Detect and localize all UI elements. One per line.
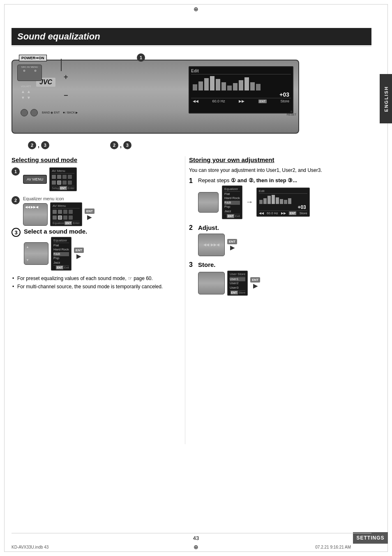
store-control — [198, 272, 225, 294]
arrow-between: → — [246, 198, 253, 206]
store-step2-num: 2 — [189, 224, 196, 232]
step3-row: 3 Select a sound mode. ▲ ▼ Equalizer Fla… — [12, 228, 180, 271]
store-step3-num: 3 — [189, 261, 196, 269]
edit-val-store1: +03 — [259, 204, 307, 210]
av-menu-screen-2: AV Menu Equalizer — [50, 202, 82, 226]
plus-btn: + — [64, 73, 68, 81]
callout-23-left: 2 , 3 — [28, 141, 49, 149]
main-display: Edit +03 ◀◀ — [189, 66, 293, 114]
setup-label: Setup — [52, 187, 59, 190]
edit-screen-store1: Edit +03 ◀◀ 60.0 Hz — [256, 188, 310, 217]
step1-row: 1 AV MENU AV Menu — [12, 167, 180, 191]
volume-controls: VOL/ATT ▲ ▲ ▼ ▼ — [16, 85, 36, 106]
display-store: Store — [280, 99, 289, 103]
eq-screen-3: Equalizer Flat Hard Rock R&B Pop Jazz EN… — [51, 237, 71, 271]
adjust-control: ◀◀ ▶▶◀ — [198, 234, 225, 256]
store-step2-label: Adjust. — [198, 224, 237, 231]
callout-23-right: 2 , 3 — [110, 141, 131, 149]
bottom-controls: BAND ◉ ENT ■ / BACK ▶ — [21, 109, 78, 116]
eq-bars-display — [191, 76, 291, 91]
english-tab: ENGLISH — [380, 74, 392, 123]
divider-above-footer — [12, 533, 371, 533]
minus-btn: − — [64, 91, 68, 100]
device-body: JVC SRC AV MENU VOL/ATT ▲ ▲ ▼ ▼ + − — [12, 60, 299, 134]
equalizer-label-2: Equalizer — [53, 222, 65, 225]
store-step3-content: Store. User Store User1 User2 User3 ENT … — [198, 261, 260, 296]
bullet-2: For multi-channel source, the sound mode… — [12, 284, 180, 290]
eq-icon-note: Equalizer menu icon — [23, 196, 95, 201]
callout-line-1 — [61, 59, 62, 71]
page-title: Sound equalization — [17, 31, 100, 42]
step2-content: Equalizer menu icon ◀◀ ▶▶◀ AV Menu — [23, 196, 95, 226]
step3-label: Select a sound mode. — [24, 228, 87, 235]
store-step1-num: 1 — [189, 177, 196, 185]
ent-arrow-3: ENT ▶ — [74, 248, 84, 259]
bullet-1: For preset equalizing values of each sou… — [12, 276, 180, 281]
store-step2-controls: ◀◀ ▶▶◀ ENT ▶ — [198, 234, 237, 256]
step1-av-menu: AV MENU AV Menu — [23, 167, 77, 191]
store-step2-content: Adjust. ◀◀ ▶▶◀ ENT ▶ — [198, 224, 237, 256]
av-menu-icons — [52, 174, 74, 180]
store-step1-row: 1 Repeat steps ① and ②, then in step ③..… — [189, 177, 374, 219]
store-step3-controls: User Store User1 User2 User3 ENT Store E… — [198, 271, 260, 296]
selecting-sound-mode-title: Selecting sound mode — [12, 156, 180, 163]
title-bar: Sound equalization — [12, 28, 371, 45]
storing-subtitle: You can store your adjustment into User1… — [189, 167, 374, 173]
page-number: 43 — [193, 535, 199, 541]
control-mockup-2: ◀◀ ▶▶◀ — [23, 203, 48, 226]
step3-content: Select a sound mode. ▲ ▼ Equalizer Flat … — [24, 228, 87, 271]
step1-content: AV MENU AV Menu — [23, 167, 77, 191]
main-device-area: POWER⇒ON 1 JVC SRC AV MENU VOL/ATT ▲ ▲ ▼ — [12, 51, 357, 150]
settings-tab: SETTINGS — [353, 532, 388, 544]
left-controls: SRC AV MENU — [17, 65, 42, 81]
control-small-1 — [198, 192, 219, 213]
power-on-label: POWER⇒ON — [19, 55, 47, 61]
eq-screen-store1: Equalizer Flat Hard Rock R&B Pop Jazz EN… — [222, 185, 242, 219]
reg-mark-top: ⊕ — [193, 6, 199, 12]
footer-right: 07.2.21 9:16:21 AM — [315, 545, 351, 549]
callout-1-top: 1 — [137, 53, 145, 62]
control-mockup-3: ▲ ▼ — [24, 242, 48, 265]
section-divider — [185, 156, 185, 444]
store-step1-content: Repeat steps ① and ②, then in step ③... … — [198, 177, 310, 219]
step2-screen-row: ◀◀ ▶▶◀ AV Menu — [23, 202, 95, 226]
ent-arrow-2: ENT ▶ — [85, 208, 95, 220]
edit-freq-store1: 60.0 Hz — [267, 211, 278, 215]
left-section: Selecting sound mode 1 AV MENU AV Menu — [12, 156, 180, 292]
reg-mark-bottom: ⊕ — [193, 544, 199, 550]
display-freq-row: ◀◀ 60.0 Hz ▶▶ ENT Store — [191, 98, 291, 104]
storing-title: Storing your own adjustment — [189, 156, 374, 163]
step3-screen-row: ▲ ▼ Equalizer Flat Hard Rock R&B Pop Jaz… — [24, 237, 87, 271]
av-menu-screen: AV Menu Setup ENT — [49, 167, 77, 191]
step2-row: 2 Equalizer menu icon ◀◀ ▶▶◀ AV Menu — [12, 196, 180, 226]
store-step3-label: Store. — [198, 261, 260, 268]
footer-left: KD-AVX33U.indb 43 — [12, 545, 48, 549]
store-step1-screens: Equalizer Flat Hard Rock R&B Pop Jazz EN… — [198, 185, 310, 219]
av-menu-btn: AV MENU — [23, 175, 47, 184]
display-edit-label: Edit — [191, 69, 291, 74]
store-step2-row: 2 Adjust. ◀◀ ▶▶◀ ENT ▶ — [189, 224, 374, 256]
ent-arrow-adjust: ENT ▶ — [227, 239, 237, 251]
display-freq: 60.0 Hz — [212, 99, 225, 103]
display-value: +03 — [279, 91, 289, 98]
bullet-list: For preset equalizing values of each sou… — [12, 276, 180, 290]
store-step1-label: Repeat steps ① and ②, then in step ③... — [198, 177, 310, 183]
ent-arrow-store: ENT ▶ — [250, 277, 260, 289]
store-step3-row: 3 Store. User Store User1 User2 User3 EN… — [189, 261, 374, 296]
reset-area: ◉ RESET — [287, 110, 296, 116]
right-section: Storing your own adjustment You can stor… — [189, 156, 374, 299]
divider-under-title — [12, 46, 371, 46]
user-store-screen: User Store User1 User2 User3 ENT Store — [227, 271, 248, 296]
av-menu-icons-row2 — [52, 180, 74, 185]
